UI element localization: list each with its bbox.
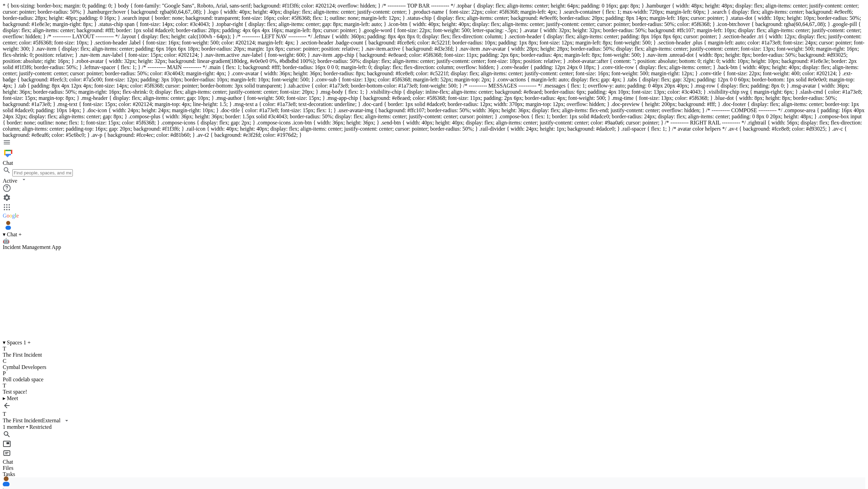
search-bar[interactable] [3, 166, 865, 176]
help-button[interactable] [3, 184, 865, 194]
space-item[interactable]: TTest space! [3, 383, 865, 395]
chat-item-label: Incident Management [3, 244, 51, 250]
thread-icon [3, 449, 11, 458]
collapse-icon: ▾ [3, 232, 5, 237]
search-in-space-button[interactable] [3, 430, 865, 440]
pip-icon [3, 440, 11, 448]
external-badge: External [42, 418, 61, 424]
section-chat[interactable]: ▾ Chat + [3, 231, 865, 238]
collapse-icon: ▾ [3, 340, 5, 345]
status-chip[interactable]: Active [3, 176, 865, 184]
message-list: Only visible to you /closeIncident 🤖 Inc… [3, 477, 865, 489]
conversation-header: T The First Incident External 1 member •… [3, 401, 865, 477]
space-item-label: Test space! [3, 389, 27, 395]
chevron-down-icon [21, 176, 27, 183]
app-chip: App [52, 244, 61, 250]
svg-point-2 [4, 204, 5, 206]
back-button[interactable] [3, 401, 865, 411]
new-chat-button[interactable]: + [18, 232, 22, 237]
space-avatar: T [3, 411, 865, 417]
robot-icon: 🤖 [3, 238, 865, 244]
product-name: Chat [3, 160, 865, 166]
thread-button[interactable] [3, 449, 865, 459]
conversation-subtitle: 1 member • Restricted [3, 424, 865, 430]
pip-button[interactable] [3, 440, 865, 449]
section-meet[interactable]: ▸ Meet [3, 395, 865, 401]
expand-icon: ▸ [3, 395, 5, 401]
svg-point-11 [6, 221, 10, 225]
hamburger-icon [3, 138, 11, 146]
settings-button[interactable] [3, 194, 865, 203]
tab-chat[interactable]: Chat [3, 459, 865, 465]
space-avatar-icon: T [3, 383, 865, 389]
svg-point-4 [9, 204, 10, 206]
arrow-left-icon [3, 401, 11, 410]
space-avatar-icon: T [3, 346, 865, 352]
space-item-label: The First Incident [3, 352, 42, 358]
svg-rect-13 [4, 451, 10, 455]
conversation-panel: T The First Incident External 1 member •… [3, 401, 865, 489]
new-space-button[interactable]: + [27, 340, 30, 345]
space-item-label: Cymbal Developers [3, 364, 46, 370]
search-input[interactable] [12, 169, 73, 176]
search-container [3, 166, 865, 176]
help-icon [3, 184, 11, 192]
space-avatar-icon: C [3, 358, 865, 364]
svg-point-5 [4, 207, 5, 208]
section-label: Meet [7, 395, 18, 401]
chat-item-incident-management[interactable]: 🤖 Incident Management App [3, 238, 865, 250]
svg-point-7 [9, 207, 10, 208]
svg-point-1 [6, 189, 7, 190]
chat-logo [3, 148, 865, 160]
eye-icon [3, 488, 6, 489]
google-logo-text: Google [3, 213, 19, 219]
space-item[interactable]: PPoll codelab space [3, 370, 865, 383]
message-user-command: Only visible to you /closeIncident [3, 477, 865, 489]
user-avatar [3, 219, 865, 231]
svg-rect-17 [3, 482, 10, 486]
spaces-badge: 1 [23, 340, 26, 345]
google-account-button[interactable]: Google [3, 213, 865, 231]
svg-point-10 [9, 209, 10, 210]
main-menu-button[interactable] [3, 138, 865, 148]
tab-files[interactable]: Files [3, 465, 865, 471]
search-icon [3, 166, 11, 174]
apps-button[interactable] [3, 203, 865, 213]
svg-point-8 [4, 209, 5, 210]
section-spaces[interactable]: ▾ Spaces 1 + [3, 339, 865, 346]
user-avatar-icon [3, 474, 865, 488]
svg-point-9 [6, 209, 8, 210]
space-item-label: Poll codelab space [3, 376, 43, 382]
search-icon [3, 430, 11, 438]
visibility-chip: Only visible to you [3, 488, 865, 489]
conversation-title: The First Incident [3, 418, 42, 424]
space-item[interactable]: TThe First Incident [3, 346, 865, 358]
section-label: Chat [7, 232, 17, 237]
gear-icon [3, 194, 11, 202]
section-label: Spaces [7, 340, 22, 345]
status-text: Active [3, 178, 17, 184]
svg-point-16 [4, 476, 9, 481]
svg-point-3 [6, 204, 8, 206]
chevron-down-icon[interactable] [63, 417, 70, 424]
svg-point-6 [6, 207, 8, 208]
topbar: Chat Active Google [3, 138, 865, 231]
apps-grid-icon [3, 203, 11, 211]
left-sidebar: ▾ Chat + 🤖 Incident Management App ▾ Spa… [3, 231, 865, 401]
svg-rect-12 [5, 226, 11, 230]
space-item[interactable]: CCymbal Developers [3, 358, 865, 370]
space-avatar-icon: P [3, 370, 865, 376]
